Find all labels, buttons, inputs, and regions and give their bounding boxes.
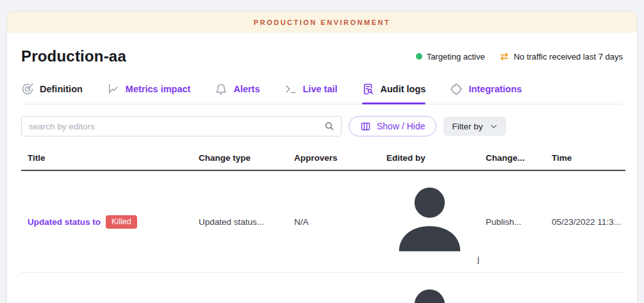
change-type-cell: Updated status...	[192, 170, 288, 273]
tab-integrations[interactable]: Integrations	[450, 83, 522, 104]
show-hide-button[interactable]: Show / Hide	[349, 116, 436, 136]
change-cell: Publish...	[479, 170, 545, 273]
tab-label: Integrations	[468, 84, 522, 94]
column-header-time: Time	[545, 146, 625, 170]
edited-by-cell: jared.haw...	[380, 273, 479, 303]
search-wrap	[21, 116, 342, 136]
traffic-status-label: No traffic received last 7 days	[514, 52, 623, 61]
environment-banner: PRODUCTION ENVIRONMENT	[7, 12, 637, 33]
status-badge: Killed	[106, 215, 137, 229]
bell-icon	[215, 83, 227, 95]
edited-by-cell: jared.haw...	[380, 170, 479, 273]
tab-label: Metrics impact	[126, 84, 191, 94]
tab-definition[interactable]: Definition	[21, 83, 83, 104]
tab-label: Definition	[40, 84, 83, 94]
audit-table-header: Title Change type Approvers Edited by Ch…	[21, 146, 625, 170]
page-header: Production-aa Targeting active No traffi…	[21, 47, 623, 65]
time-cell: 05/23/2022 11:3...	[545, 273, 625, 303]
audit-doc-search-icon	[362, 83, 375, 95]
column-header-approvers: Approvers	[288, 146, 380, 170]
columns-icon	[360, 121, 371, 132]
chevron-down-icon	[490, 122, 498, 131]
status-group: Targeting active No traffic received las…	[416, 51, 623, 61]
toolbar: Show / Hide Filter by	[21, 116, 623, 136]
definition-target-icon	[21, 83, 34, 95]
title-cell: Updated status to0% in Production	[21, 273, 192, 303]
column-header-edited-by: Edited by	[380, 146, 479, 170]
table-row[interactable]: Updated status to0% in Production Update…	[21, 273, 625, 303]
table-row[interactable]: Updated status toKilled Updated status..…	[21, 170, 625, 273]
audit-log-table: Title Change type Approvers Edited by Ch…	[21, 146, 625, 303]
filter-by-label: Filter by	[452, 122, 483, 131]
targeting-status: Targeting active	[416, 52, 485, 61]
search-input[interactable]	[21, 116, 342, 136]
time-cell: 05/23/2022 11:3...	[545, 170, 625, 273]
terminal-icon	[285, 83, 297, 95]
change-cell: Publish...	[479, 273, 545, 303]
tab-label: Alerts	[233, 84, 260, 94]
edited-by-name: jared.haw...	[477, 254, 479, 264]
approvers-cell: N/A	[288, 170, 380, 273]
tab-label: Live tail	[303, 84, 338, 94]
search-icon	[324, 120, 335, 132]
column-header-change: Change...	[479, 146, 545, 170]
metrics-chart-icon	[107, 83, 120, 95]
environment-card: PRODUCTION ENVIRONMENT Production-aa Tar…	[6, 11, 638, 303]
filter-by-button[interactable]: Filter by	[443, 117, 506, 136]
traffic-status: No traffic received last 7 days	[499, 51, 623, 61]
column-header-change-type: Change type	[192, 146, 288, 170]
tab-audit-logs[interactable]: Audit logs	[362, 83, 426, 104]
tab-alerts[interactable]: Alerts	[215, 83, 260, 104]
tab-live-tail[interactable]: Live tail	[285, 83, 338, 104]
tab-metrics-impact[interactable]: Metrics impact	[107, 83, 191, 104]
person-icon	[386, 256, 473, 266]
title-cell: Updated status toKilled	[21, 170, 192, 273]
targeting-status-label: Targeting active	[427, 52, 485, 61]
row-title-link[interactable]: Updated status to	[28, 217, 101, 227]
approvers-cell: N/A	[288, 273, 380, 303]
change-type-cell: Updated status...	[192, 273, 288, 303]
page-title: Production-aa	[21, 47, 126, 65]
show-hide-label: Show / Hide	[377, 121, 425, 131]
traffic-arrows-icon	[499, 51, 509, 61]
green-dot-icon	[416, 53, 422, 60]
environment-banner-label: PRODUCTION ENVIRONMENT	[254, 19, 390, 26]
tab-bar: Definition Metrics impact	[21, 83, 623, 104]
audit-table-body: Updated status toKilled Updated status..…	[21, 170, 625, 303]
puzzle-icon	[450, 83, 463, 95]
tab-label: Audit logs	[381, 84, 426, 94]
column-header-title: Title	[21, 146, 192, 170]
